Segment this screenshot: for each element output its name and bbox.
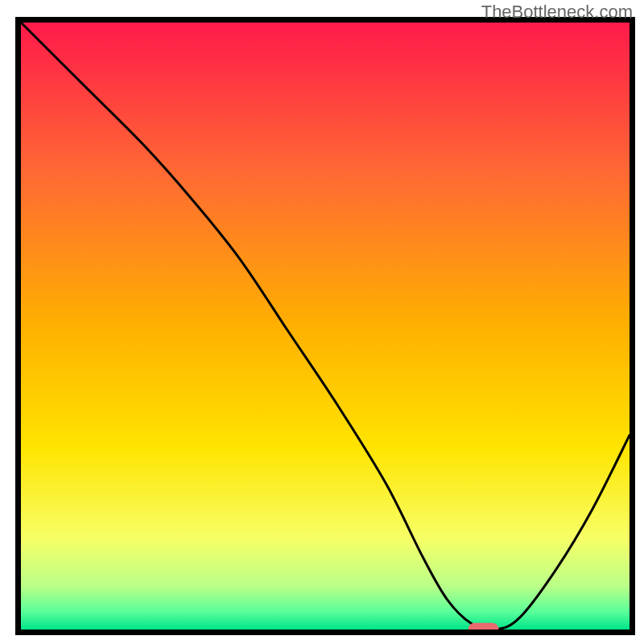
bottleneck-chart bbox=[0, 0, 644, 644]
watermark-text: TheBottleneck.com bbox=[481, 2, 633, 23]
chart-container: TheBottleneck.com bbox=[0, 0, 644, 644]
